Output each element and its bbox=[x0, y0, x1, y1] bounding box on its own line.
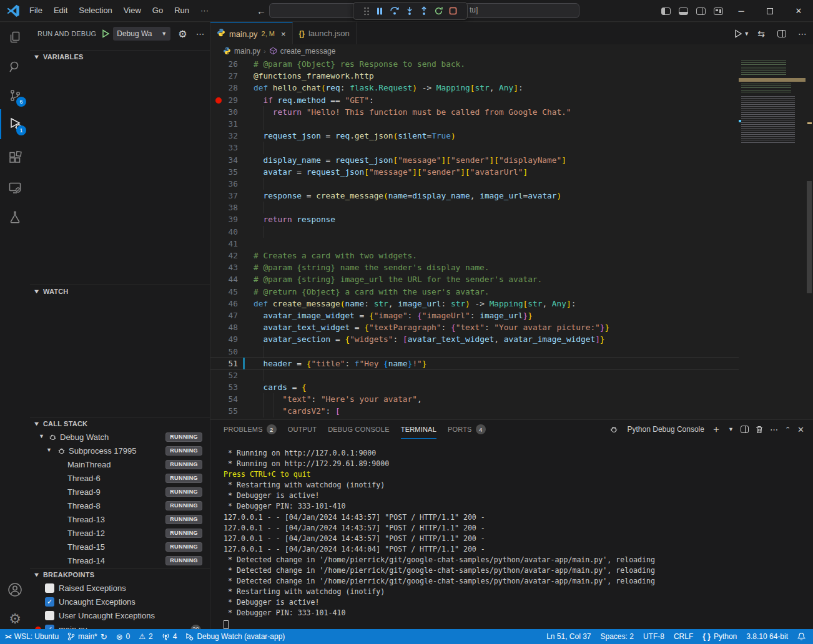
restart-icon[interactable] bbox=[434, 6, 443, 16]
tab-launch-json[interactable]: {}launch.json bbox=[293, 22, 357, 44]
call-stack-row-thread-9[interactable]: Thread-9RUNNING bbox=[30, 485, 210, 499]
drag-grip-icon[interactable] bbox=[363, 7, 370, 16]
extensions-icon[interactable] bbox=[0, 143, 30, 173]
go-back-icon[interactable]: ← bbox=[257, 6, 266, 16]
code-line-44: 44# @param {string} image_url the URL fo… bbox=[210, 273, 739, 285]
panel-tab-ports[interactable]: PORTS4 bbox=[448, 420, 486, 439]
split-terminal-icon[interactable] bbox=[741, 426, 749, 433]
run-python-file-icon[interactable] bbox=[734, 29, 742, 38]
breadcrumb-file[interactable]: main.py bbox=[234, 47, 260, 56]
sidebar-more-actions-icon[interactable]: ⋯ bbox=[196, 29, 205, 39]
stop-icon[interactable] bbox=[449, 7, 457, 15]
step-over-icon[interactable] bbox=[390, 6, 400, 16]
breakpoint-row-raised-exceptions[interactable]: Raised Exceptions bbox=[30, 582, 210, 595]
status-item-debug-watch--avatar-app-[interactable]: Debug Watch (avatar-app) bbox=[185, 632, 285, 641]
search-icon[interactable] bbox=[0, 52, 30, 82]
editor-more-actions-icon[interactable]: ⋯ bbox=[798, 29, 807, 39]
menu-run[interactable]: Run bbox=[169, 0, 195, 21]
call-stack-row-thread-8[interactable]: Thread-8RUNNING bbox=[30, 499, 210, 513]
start-debug-icon[interactable] bbox=[101, 29, 110, 38]
console-label[interactable]: Python Debug Console bbox=[628, 425, 704, 434]
new-terminal-icon[interactable]: ＋ bbox=[711, 423, 721, 436]
status-item-icon[interactable] bbox=[797, 632, 806, 641]
status-item-3-8-10-64-bit[interactable]: 3.8.10 64-bit bbox=[746, 632, 788, 641]
run-dropdown-chevron-icon[interactable]: ▼ bbox=[744, 31, 749, 37]
step-into-icon[interactable] bbox=[405, 6, 414, 16]
breakpoint-row-user-uncaught-exceptions[interactable]: User Uncaught Exceptions bbox=[30, 609, 210, 623]
panel-tab-output[interactable]: OUTPUT bbox=[288, 420, 317, 439]
status-bar-right: Ln 51, Col 37Spaces: 2UTF-8CRLF{ }Python… bbox=[546, 632, 806, 641]
menu-view[interactable]: View bbox=[118, 0, 147, 21]
terminal-output[interactable]: * Running on http://127.0.0.1:9000 * Run… bbox=[210, 439, 813, 630]
checkbox[interactable]: ✓ bbox=[45, 597, 54, 607]
status-item-0[interactable]: ⊗0 bbox=[116, 632, 131, 642]
menu-[interactable]: ··· bbox=[195, 0, 214, 21]
checkbox[interactable] bbox=[45, 611, 54, 620]
code-editor[interactable]: 26# @param {Object} res Response to send… bbox=[210, 57, 813, 419]
menu-edit[interactable]: Edit bbox=[48, 0, 73, 21]
maximize-panel-icon[interactable]: ⌃ bbox=[785, 426, 791, 434]
accounts-icon[interactable] bbox=[0, 575, 30, 605]
debug-settings-gear-icon[interactable]: ⚙ bbox=[178, 28, 187, 40]
call-stack-row-mainthread[interactable]: MainThreadRUNNING bbox=[30, 458, 210, 472]
testing-icon[interactable] bbox=[0, 202, 30, 232]
call-stack-row-thread-13[interactable]: Thread-13RUNNING bbox=[30, 513, 210, 527]
sidebar-header: RUN AND DEBUG Debug Wa ▼ ⚙ ⋯ bbox=[30, 22, 210, 45]
status-item-python[interactable]: { }Python bbox=[702, 632, 737, 641]
call-stack-row-thread-12[interactable]: Thread-12RUNNING bbox=[30, 527, 210, 540]
remote-explorer-icon[interactable] bbox=[0, 173, 30, 203]
call-stack-row-thread-6[interactable]: Thread-6RUNNING bbox=[30, 472, 210, 485]
pause-icon[interactable] bbox=[375, 7, 384, 16]
split-editor-icon[interactable] bbox=[777, 30, 786, 37]
breakpoints-section-header[interactable]: ▼ BREAKPOINTS bbox=[30, 568, 210, 580]
status-item-ln-51--col-37[interactable]: Ln 51, Col 37 bbox=[546, 632, 591, 641]
close-panel-icon[interactable]: ✕ bbox=[797, 425, 804, 434]
menu-go[interactable]: Go bbox=[147, 0, 169, 21]
watch-section-header[interactable]: ▼ WATCH bbox=[30, 285, 210, 297]
maximize-button[interactable] bbox=[756, 0, 784, 22]
breakpoint-row-uncaught-exceptions[interactable]: ✓Uncaught Exceptions bbox=[30, 595, 210, 609]
panel-tab-terminal[interactable]: TERMINAL bbox=[401, 420, 436, 439]
minimize-button[interactable]: ─ bbox=[727, 0, 756, 22]
status-item-utf-8[interactable]: UTF-8 bbox=[643, 632, 664, 641]
tab-main-py[interactable]: main.py2, M× bbox=[210, 22, 293, 44]
minimap[interactable] bbox=[739, 57, 806, 419]
variables-section-header[interactable]: ▼ VARIABLES bbox=[30, 50, 210, 62]
menu-file[interactable]: File bbox=[24, 0, 48, 21]
step-out-icon[interactable] bbox=[420, 6, 428, 16]
panel-more-actions-icon[interactable]: ⋯ bbox=[770, 425, 778, 434]
code-line-26: 26# @param {Object} res Response to send… bbox=[210, 58, 739, 70]
call-stack-section-header[interactable]: ▼ CALL STACK bbox=[30, 417, 210, 429]
panel-tab-problems[interactable]: PROBLEMS2 bbox=[224, 420, 277, 439]
menu-selection[interactable]: Selection bbox=[73, 0, 117, 21]
status-item-4[interactable]: 4 bbox=[162, 632, 177, 641]
status-item-spaces--2[interactable]: Spaces: 2 bbox=[601, 632, 634, 641]
scrollbar-thumb[interactable] bbox=[807, 181, 812, 293]
status-item-wsl--ubuntu[interactable]: ><WSL: Ubuntu bbox=[5, 632, 59, 641]
status-item-crlf[interactable]: CRLF bbox=[674, 632, 693, 641]
checkbox[interactable] bbox=[45, 583, 54, 593]
debug-config-select[interactable]: Debug Wa ▼ bbox=[113, 27, 170, 41]
call-stack-row-debug-watch[interactable]: ▼Debug WatchRUNNING bbox=[30, 431, 210, 444]
toggle-panel-icon[interactable] bbox=[679, 7, 688, 15]
customize-layout-icon[interactable] bbox=[714, 7, 723, 15]
source-control-icon[interactable]: 6 bbox=[0, 80, 30, 110]
call-stack-row-subprocess-17995[interactable]: ▼Subprocess 17995RUNNING bbox=[30, 444, 210, 458]
close-tab-icon[interactable]: × bbox=[281, 29, 286, 39]
editor-scrollbar[interactable] bbox=[806, 57, 813, 419]
status-item-2[interactable]: ⚠2 bbox=[139, 632, 152, 641]
kill-terminal-trash-icon[interactable] bbox=[756, 426, 763, 434]
toggle-secondary-sidebar-icon[interactable] bbox=[696, 7, 706, 15]
breadcrumb-symbol[interactable]: create_message bbox=[280, 47, 336, 56]
run-and-debug-icon[interactable]: 1 bbox=[0, 109, 30, 139]
call-stack-row-thread-15[interactable]: Thread-15RUNNING bbox=[30, 540, 210, 554]
toggle-sidebar-icon[interactable] bbox=[661, 7, 671, 15]
explorer-icon[interactable] bbox=[0, 22, 30, 52]
close-button[interactable]: ✕ bbox=[784, 0, 813, 22]
terminal-dropdown-icon[interactable]: ▼ bbox=[728, 426, 734, 432]
open-changes-icon[interactable]: ⇆ bbox=[757, 29, 765, 39]
call-stack-row-thread-14[interactable]: Thread-14RUNNING bbox=[30, 554, 210, 568]
status-item-main-[interactable]: main*↻ bbox=[67, 632, 107, 642]
panel-tab-debug-console[interactable]: DEBUG CONSOLE bbox=[328, 420, 390, 439]
code-line-43: 43# @param {string} name the sender's di… bbox=[210, 261, 739, 273]
